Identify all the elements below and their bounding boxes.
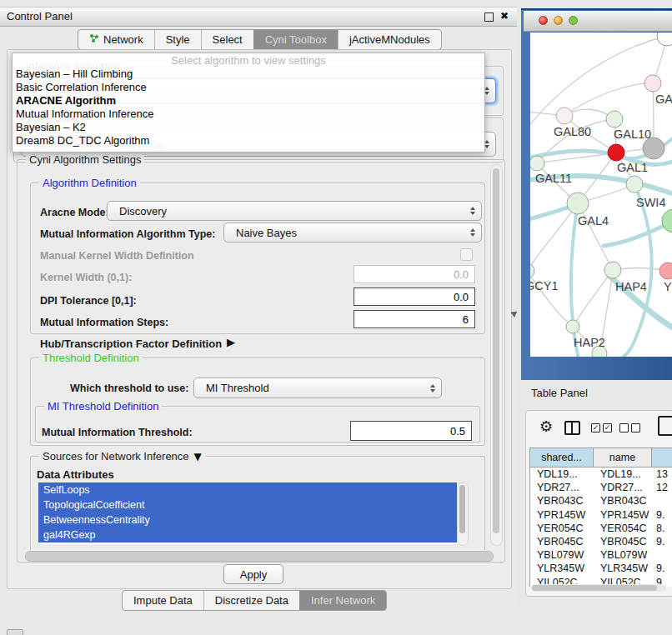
- table-cell: YLR345W: [530, 562, 594, 575]
- network-node[interactable]: [657, 32, 672, 46]
- network-node-label: GAL1: [617, 161, 648, 174]
- checked-columns-icon[interactable]: ✓✓: [591, 423, 612, 432]
- dpi-tolerance-field[interactable]: 0.0: [354, 288, 475, 306]
- aracne-mode-value: Discovery: [119, 205, 167, 218]
- network-node-label: HAP2: [574, 336, 605, 349]
- table-cell: YBR045C: [594, 535, 652, 548]
- spinner-up-down-icon: [470, 228, 475, 237]
- table-row[interactable]: YPR145WYPR145W9.: [530, 508, 672, 522]
- bottom-tab-impute-data[interactable]: Impute Data: [123, 591, 203, 610]
- which-threshold-label: Which threshold to use:: [70, 382, 188, 394]
- table-cell: YDR27...: [530, 481, 594, 494]
- data-attributes-list[interactable]: SelfLoopsTopologicalCoefficientBetweenne…: [38, 482, 457, 544]
- tab-network[interactable]: Network: [78, 30, 154, 49]
- algorithm-option[interactable]: Dream8 DC_TDC Algorithm: [13, 134, 484, 148]
- table-row[interactable]: YBR045CYBR045C9.: [530, 535, 672, 548]
- attributes-list-scrollbar[interactable]: [457, 482, 469, 546]
- control-panel-title: Control Panel: [7, 10, 73, 22]
- mi-threshold-field[interactable]: 0.5: [350, 421, 472, 441]
- control-panel-tabbar: NetworkStyleSelectCyni ToolboxjActiveMNo…: [78, 29, 442, 50]
- network-node-label: GAL: [655, 92, 672, 106]
- mi-threshold-group-title: MI Threshold Definition: [44, 400, 162, 412]
- network-node-gcy1[interactable]: [530, 263, 534, 278]
- mi-algorithm-type-value: Naive Bayes: [236, 227, 297, 239]
- network-node-gal80[interactable]: [556, 108, 573, 124]
- mi-steps-field[interactable]: 6: [354, 310, 475, 328]
- algorithm-option[interactable]: Mutual Information Inference: [13, 108, 484, 121]
- gear-icon[interactable]: ⚙: [539, 418, 553, 435]
- table-row[interactable]: YBL079WYBL079W: [530, 548, 672, 562]
- settings-horizontal-scrollbar[interactable]: [25, 551, 494, 562]
- network-node-gal11[interactable]: [530, 156, 544, 171]
- which-threshold-combobox[interactable]: MI Threshold: [193, 378, 442, 398]
- table-row[interactable]: YER054CYER054C8.: [530, 522, 672, 535]
- column-header[interactable]: [652, 448, 672, 468]
- network-node-label: GAL11: [535, 172, 572, 185]
- spinner-up-down-icon: [470, 207, 475, 215]
- network-node-label: SWI4: [636, 196, 665, 209]
- tab-select[interactable]: Select: [201, 30, 253, 49]
- network-node-gal10[interactable]: [606, 111, 623, 128]
- network-node-swi4[interactable]: [626, 176, 643, 192]
- unchecked-columns-icon[interactable]: [619, 423, 640, 432]
- aracne-mode-label: Aracne Mode:: [40, 207, 109, 218]
- tab-cyni-toolbox[interactable]: Cyni Toolbox: [253, 30, 338, 49]
- sources-group-title: Sources for Network Inference ▼: [39, 450, 205, 462]
- panel-toggle-button[interactable]: [7, 629, 23, 635]
- network-node-gal[interactable]: [644, 75, 661, 92]
- hub-definition-label[interactable]: Hub/Transcription Factor Definition: [40, 338, 222, 350]
- network-window-titlebar[interactable]: [524, 11, 672, 32]
- minimize-traffic-light-icon[interactable]: [554, 16, 563, 25]
- page-icon[interactable]: [658, 416, 672, 436]
- algorithm-option[interactable]: Bayesian – Hill Climbing: [13, 68, 484, 81]
- network-node-gal1[interactable]: [608, 144, 624, 161]
- algorithm-option[interactable]: Basic Correlation Inference: [13, 81, 484, 94]
- table-cell: YPR145W: [594, 508, 652, 522]
- algorithm-dropdown-popup: Select algorithm to view settings Bayesi…: [12, 52, 485, 152]
- table-cell: YBR043C: [530, 494, 594, 508]
- manual-kernel-width-checkbox[interactable]: [460, 248, 473, 261]
- attribute-item[interactable]: TopologicalCoefficient: [38, 498, 457, 512]
- table-row[interactable]: YLR345WYLR345W9.: [530, 562, 672, 575]
- network-node-y[interactable]: [659, 262, 672, 279]
- network-node-hap2[interactable]: [566, 320, 579, 333]
- attribute-item[interactable]: SelfLoops: [38, 482, 457, 498]
- kernel-width-field[interactable]: 0.0: [354, 265, 475, 283]
- table-cell: 8.: [652, 522, 672, 535]
- bottom-tab-discretize-data[interactable]: Discretize Data: [203, 591, 299, 610]
- expander-collapsed-icon[interactable]: ▶: [227, 336, 235, 348]
- network-node-hap4[interactable]: [604, 262, 621, 278]
- attribute-item[interactable]: BetweennessCentrality: [38, 512, 457, 528]
- table-row[interactable]: YIL052CYIL052C9: [530, 576, 672, 585]
- settings-vertical-scrollbar[interactable]: [490, 164, 503, 546]
- table-row[interactable]: YDR27...YDR27...12: [530, 481, 672, 494]
- network-node-gal4[interactable]: [567, 192, 589, 214]
- table-cell: YLR345W: [594, 562, 652, 575]
- tab-style[interactable]: Style: [154, 30, 201, 49]
- table-cell: YBR043C: [594, 494, 652, 508]
- network-window: GALGAL80GAL10GAL1GAL11SWI4GAL4GCY1HAP4YH…: [521, 8, 672, 380]
- float-window-icon[interactable]: [484, 12, 494, 22]
- bottom-tabbar: Impute DataDiscretize DataInfer Network: [122, 590, 387, 611]
- network-canvas[interactable]: GALGAL80GAL10GAL1GAL11SWI4GAL4GCY1HAP4YH…: [530, 32, 672, 357]
- column-header[interactable]: shared...: [530, 448, 594, 468]
- split-columns-icon[interactable]: [564, 421, 580, 435]
- close-icon[interactable]: ✖: [500, 10, 509, 22]
- table-row[interactable]: YDL19...YDL19...13: [530, 468, 672, 481]
- table-row[interactable]: YBR043CYBR043C: [530, 494, 672, 508]
- attribute-item[interactable]: gal4RGexp: [38, 528, 457, 542]
- close-traffic-light-icon[interactable]: [539, 16, 548, 25]
- algorithm-option[interactable]: ARACNE Algorithm: [13, 94, 484, 108]
- column-header[interactable]: name: [594, 448, 652, 468]
- aracne-mode-combobox[interactable]: Discovery: [107, 201, 482, 221]
- tab-jactivemnodules[interactable]: jActiveMNodules: [338, 30, 441, 49]
- network-node[interactable]: [662, 209, 672, 232]
- expander-expanded-icon[interactable]: ▼: [194, 451, 202, 462]
- mi-algorithm-type-combobox[interactable]: Naive Bayes: [223, 222, 482, 242]
- bottom-tab-infer-network[interactable]: Infer Network: [299, 591, 386, 610]
- apply-button[interactable]: Apply: [223, 564, 283, 584]
- table-horizontal-scrollbar[interactable]: [531, 584, 666, 592]
- zoom-traffic-light-icon[interactable]: [569, 16, 578, 25]
- table-cell: YER054C: [594, 522, 652, 535]
- algorithm-option[interactable]: Bayesian – K2: [13, 121, 484, 134]
